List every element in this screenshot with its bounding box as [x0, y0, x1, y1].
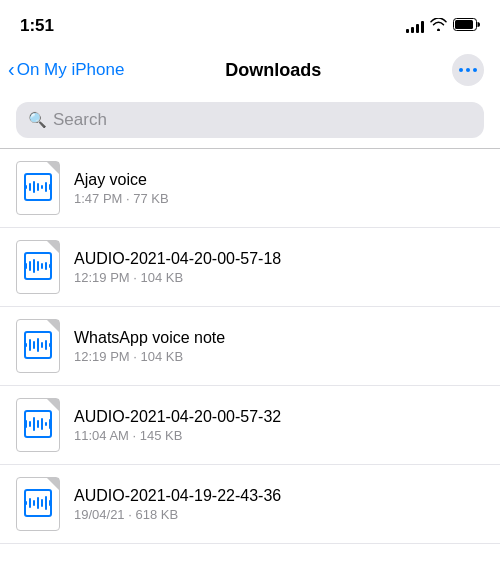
battery-icon — [453, 17, 480, 35]
file-meta: 19/04/21 · 618 KB — [74, 507, 484, 522]
page-title: Downloads — [94, 60, 452, 81]
file-name: AUDIO-2021-04-20-00-57-32 — [74, 408, 484, 426]
file-name: AUDIO-2021-04-19-22-43-36 — [74, 487, 484, 505]
svg-point-4 — [473, 68, 477, 72]
audio-wave-icon — [25, 338, 51, 352]
search-icon: 🔍 — [28, 111, 47, 129]
status-time: 1:51 — [20, 16, 54, 36]
navigation-bar: ‹ On My iPhone Downloads — [0, 44, 500, 96]
wifi-icon — [430, 17, 447, 35]
search-placeholder: Search — [53, 110, 107, 130]
file-icon — [16, 319, 60, 373]
file-name: Ajay voice — [74, 171, 484, 189]
more-button[interactable] — [452, 54, 484, 86]
list-item[interactable]: AUDIO-2021-04-19-22-43-36 19/04/21 · 618… — [0, 465, 500, 544]
status-bar: 1:51 — [0, 0, 500, 44]
list-item[interactable]: WhatsApp voice note 12:19 PM · 104 KB — [0, 307, 500, 386]
svg-rect-1 — [455, 20, 473, 29]
search-bar[interactable]: 🔍 Search — [16, 102, 484, 138]
file-meta: 11:04 AM · 145 KB — [74, 428, 484, 443]
list-item[interactable]: AUDIO-2021-04-20-00-57-32 11:04 AM · 145… — [0, 386, 500, 465]
audio-wave-icon — [25, 180, 51, 194]
list-item[interactable]: AUDIO-2021-04-20-00-57-18 12:19 PM · 104… — [0, 228, 500, 307]
file-icon — [16, 161, 60, 215]
status-icons — [406, 17, 480, 35]
file-name: AUDIO-2021-04-20-00-57-18 — [74, 250, 484, 268]
file-icon — [16, 240, 60, 294]
svg-point-3 — [466, 68, 470, 72]
file-meta: 12:19 PM · 104 KB — [74, 270, 484, 285]
audio-wave-icon — [25, 496, 51, 510]
audio-wave-icon — [25, 417, 51, 431]
audio-wave-icon — [25, 259, 51, 273]
chevron-left-icon: ‹ — [8, 58, 15, 81]
file-meta: 12:19 PM · 104 KB — [74, 349, 484, 364]
search-container: 🔍 Search — [0, 96, 500, 148]
file-name: WhatsApp voice note — [74, 329, 484, 347]
file-meta: 1:47 PM · 77 KB — [74, 191, 484, 206]
list-item[interactable]: Ajay voice 1:47 PM · 77 KB — [0, 149, 500, 228]
file-icon — [16, 477, 60, 531]
file-icon — [16, 398, 60, 452]
svg-point-2 — [459, 68, 463, 72]
signal-icon — [406, 19, 424, 33]
file-list: Ajay voice 1:47 PM · 77 KB AUDIO-2021-04… — [0, 149, 500, 544]
